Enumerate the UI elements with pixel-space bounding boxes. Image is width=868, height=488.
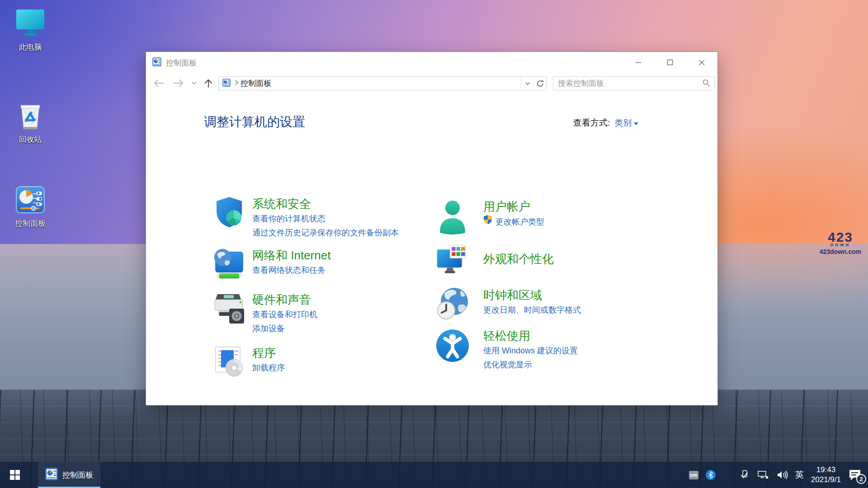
desktop-icon-this-pc[interactable]: 此电脑 <box>6 7 55 52</box>
category-link[interactable]: 更改日期、时间或数字格式 <box>483 303 652 317</box>
notification-count-badge: 2 <box>856 474 866 484</box>
taskbar: 控制面板 vm <box>0 462 868 488</box>
vmware-tray-icon[interactable]: vm <box>689 471 698 479</box>
category-title[interactable]: 时钟和区域 <box>483 287 652 303</box>
up-button[interactable] <box>201 76 216 90</box>
network-icon[interactable] <box>757 470 769 480</box>
address-bar[interactable]: 控制面板 <box>218 76 547 90</box>
recycle-bin-icon <box>6 99 55 132</box>
category-hardware-sound: 硬件和声音 查看设备和打印机 添加设备 <box>212 291 429 336</box>
view-by-control: 查看方式: 类别 <box>573 117 638 129</box>
category-link[interactable]: 通过文件历史记录保存你的文件备份副本 <box>252 226 429 240</box>
address-dropdown-button[interactable] <box>521 77 533 90</box>
search-input[interactable] <box>553 79 702 88</box>
caption-buttons <box>623 52 717 73</box>
category-link[interactable]: 查看你的计算机状态 <box>252 212 429 226</box>
minimize-button[interactable] <box>623 52 654 73</box>
search-box <box>553 76 715 90</box>
view-by-value[interactable]: 类别 <box>614 117 632 129</box>
category-title[interactable]: 硬件和声音 <box>252 291 429 308</box>
maximize-icon <box>667 59 673 66</box>
back-button[interactable] <box>151 76 166 90</box>
refresh-button[interactable] <box>533 77 546 90</box>
taskbar-app-label: 控制面板 <box>62 470 93 480</box>
category-programs: 程序 卸载程序 <box>212 345 429 375</box>
clock-time: 19:43 <box>811 465 841 475</box>
category-system-security: 系统和安全 查看你的计算机状态 通过文件历史记录保存你的文件备份副本 <box>212 196 429 240</box>
category-link[interactable]: 查看网络状态和任务 <box>252 263 429 277</box>
control-panel-icon <box>6 183 55 216</box>
desktop-icon-control-panel[interactable]: 控制面板 <box>6 183 55 229</box>
window-title: 控制面板 <box>166 58 197 68</box>
minimize-icon <box>635 59 642 66</box>
maximize-button[interactable] <box>654 52 686 73</box>
category-title[interactable]: 网络和 Internet <box>252 247 429 263</box>
category-link[interactable]: 优化视觉显示 <box>483 358 652 372</box>
system-tray: vm <box>689 462 868 488</box>
back-arrow-icon <box>153 79 165 88</box>
desktop: 此电脑 回收站 <box>0 0 868 488</box>
action-center-button[interactable]: 2 <box>848 469 862 481</box>
windows-logo-icon <box>10 470 20 480</box>
chevron-down-icon[interactable] <box>634 122 638 125</box>
volume-icon[interactable] <box>776 470 788 480</box>
category-link[interactable]: 更改帐户类型 <box>495 215 544 229</box>
category-link[interactable]: 查看设备和打印机 <box>252 308 429 322</box>
category-link[interactable]: 添加设备 <box>252 322 429 336</box>
desktop-icon-label: 此电脑 <box>6 42 55 52</box>
category-clock-region: 时钟和区域 更改日期、时间或数字格式 <box>435 287 652 317</box>
appearance-icon[interactable] <box>435 244 470 277</box>
watermark-logo: 423 <box>816 230 865 244</box>
category-user-accounts: 用户帐户 <box>435 198 652 229</box>
color-grid-tray-icon[interactable] <box>723 470 732 479</box>
control-panel-small-icon <box>222 79 231 89</box>
safely-remove-hardware-icon[interactable] <box>739 469 750 480</box>
recent-locations-button[interactable] <box>189 76 198 90</box>
category-ease-of-access: 轻松使用 使用 Windows 建议的设置 优化视觉显示 <box>435 328 652 372</box>
taskbar-app-control-panel[interactable]: 控制面板 <box>38 462 100 488</box>
chevron-down-icon <box>525 82 530 85</box>
uac-shield-icon <box>483 215 492 229</box>
control-panel-small-icon <box>152 57 161 68</box>
view-by-label: 查看方式: <box>573 117 610 129</box>
category-link[interactable]: 卸载程序 <box>252 361 429 375</box>
category-network-internet: 网络和 Internet 查看网络状态和任务 <box>212 247 429 277</box>
titlebar[interactable]: 控制面板 <box>146 52 717 73</box>
breadcrumb-chevron-icon[interactable] <box>234 80 239 88</box>
forward-arrow-icon <box>173 79 184 88</box>
window-content: 调整计算机的设置 查看方式: 类别 系统和安 <box>146 94 717 405</box>
this-pc-icon <box>6 7 55 40</box>
start-button[interactable] <box>0 462 30 488</box>
clock-region-icon[interactable] <box>435 287 470 322</box>
programs-icon[interactable] <box>212 345 246 378</box>
category-appearance-personalization: 外观和个性化 <box>435 251 652 267</box>
close-button[interactable] <box>686 52 717 73</box>
network-internet-icon[interactable] <box>212 247 246 281</box>
desktop-icon-label: 控制面板 <box>6 218 55 229</box>
control-panel-small-icon <box>45 468 58 482</box>
refresh-icon <box>536 80 544 88</box>
page-title: 调整计算机的设置 <box>204 113 305 131</box>
taskbar-clock[interactable]: 19:43 2021/9/1 <box>811 465 841 485</box>
security-shield-icon[interactable] <box>212 196 246 229</box>
close-icon <box>698 59 705 66</box>
category-title[interactable]: 用户帐户 <box>483 198 652 215</box>
desktop-icon-recycle-bin[interactable]: 回收站 <box>6 99 55 145</box>
navigation-bar: 控制面板 <box>146 73 717 94</box>
category-title[interactable]: 外观和个性化 <box>483 251 652 267</box>
clock-date: 2021/9/1 <box>811 475 841 485</box>
category-title[interactable]: 系统和安全 <box>252 196 429 212</box>
input-language-indicator[interactable]: 英 <box>795 469 804 481</box>
printer-speaker-icon[interactable] <box>212 291 246 325</box>
category-title[interactable]: 程序 <box>252 345 429 361</box>
category-title[interactable]: 轻松使用 <box>483 328 652 344</box>
breadcrumb-location[interactable]: 控制面板 <box>241 78 271 89</box>
accessibility-icon[interactable] <box>435 328 470 364</box>
category-link[interactable]: 使用 Windows 建议的设置 <box>483 344 652 358</box>
search-icon[interactable] <box>702 79 710 89</box>
bluetooth-icon[interactable] <box>706 470 716 480</box>
control-panel-window: 控制面板 <box>146 52 718 405</box>
watermark-logo-sub: DOWN <box>816 243 865 247</box>
user-icon[interactable] <box>435 198 470 235</box>
forward-button[interactable] <box>171 76 186 90</box>
